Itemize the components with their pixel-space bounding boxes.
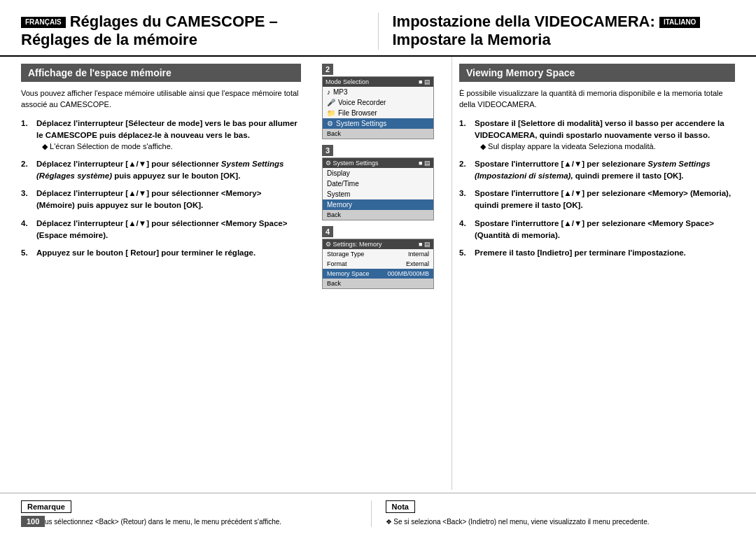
screen-2-header-icons: ■ ▤	[419, 78, 430, 85]
left-step-3: 3. Déplacez l'interrupteur [▲/▼] pour sé…	[21, 188, 301, 212]
step-1-subnote: ◆ L'écran Sélection de mode s'affiche.	[42, 141, 301, 152]
left-section-header: Affichage de l'espace mémoire	[21, 64, 301, 82]
screen-4-box: ⚙ Settings: Memory ■ ▤ Storage Type Inte…	[322, 239, 434, 289]
left-step-1: 1. Déplacez l'interrupteur [Sélecteur de…	[21, 118, 301, 153]
right-step-1-subnote: ◆ Sul display appare la videata Selezion…	[480, 141, 735, 152]
right-step-num-1: 1.	[459, 118, 472, 153]
screen-3-header: ⚙ System Settings ■ ▤	[323, 158, 433, 168]
screen-4-num: 4	[322, 226, 333, 237]
right-step-4: 4. Spostare l'interruttore [▲/▼] per sel…	[459, 218, 735, 242]
screen-2-item-mp3: ♪ MP3	[323, 87, 433, 97]
screen-2-header: Mode Selection ■ ▤	[323, 77, 433, 87]
screen-4-row-memspace: Memory Space 000MB/000MB	[323, 269, 433, 279]
screen-2-box: Mode Selection ■ ▤ ♪ MP3 🎤 Voice Recorde…	[322, 76, 434, 139]
right-step-2: 2. Spostare l'interruttore [▲/▼] per sel…	[459, 158, 735, 183]
right-step-content-3: Spostare l'interruttore [▲/▼] per selezi…	[475, 188, 735, 212]
screen-3-item-datetime: Date/Time	[323, 178, 433, 189]
screen-2-item-file: 📁 File Browser	[323, 108, 433, 118]
screen-4-block: 4 ⚙ Settings: Memory ■ ▤ Storage Type In…	[322, 226, 444, 289]
screen-4-storage-val: Internal	[408, 251, 429, 258]
left-intro: Vous pouvez afficher l'espace mémoire ut…	[21, 87, 301, 111]
note-left-text: ❖ Si vous sélectionnez <Back> (Retour) d…	[21, 517, 371, 527]
right-step-1: 1. Spostare il [Selettore di modalità] v…	[459, 118, 735, 153]
screen-2-item-system-icon: ⚙	[327, 120, 333, 127]
left-column: Affichage de l'espace mémoire Vous pouve…	[0, 57, 322, 490]
note-right-title: Nota	[386, 500, 415, 513]
right-column: Viewing Memory Space È possibile visuali…	[451, 57, 756, 490]
step-content-5: Appuyez sur le bouton [ Retour] pour ter…	[36, 247, 301, 259]
screen-2-item-voice: 🎤 Voice Recorder	[323, 97, 433, 108]
header-title-french: FRANÇAISRéglages du CAMESCOPE –	[21, 13, 364, 31]
right-section-header: Viewing Memory Space	[459, 64, 735, 82]
screen-4-header-icons: ■ ▤	[419, 241, 430, 248]
screen-3-item-memory: Memory	[323, 199, 433, 210]
screen-3-label: 3	[322, 145, 444, 156]
page-number: 100	[21, 516, 45, 527]
step-num-4: 4.	[21, 218, 34, 242]
right-step-content-5: Premere il tasto [Indietro] per terminar…	[475, 247, 735, 259]
screen-2-label: 2	[322, 64, 444, 75]
screen-4-format-key: Format	[327, 260, 347, 267]
screen-3-block: 3 ⚙ System Settings ■ ▤ Display Date/Tim…	[322, 145, 444, 220]
screen-4-memspace-val: 000MB/000MB	[387, 270, 429, 277]
note-right: Nota ❖ Se si seleziona <Back> (Indietro)…	[371, 500, 736, 527]
right-step-5: 5. Premere il tasto [Indietro] per termi…	[459, 247, 735, 259]
notes-row: Remarque ❖ Si vous sélectionnez <Back> (…	[0, 493, 756, 534]
lang-badge-french: FRANÇAIS	[21, 17, 66, 28]
center-screens: 2 Mode Selection ■ ▤ ♪ MP3 🎤 Voice Recor…	[322, 57, 451, 490]
right-step-num-5: 5.	[459, 247, 472, 259]
step-content-3: Déplacez l'interrupteur [▲/▼] pour sélec…	[36, 188, 301, 212]
right-step-content-1: Spostare il [Selettore di modalità] vers…	[475, 118, 735, 153]
right-steps: 1. Spostare il [Selettore di modalità] v…	[459, 118, 735, 260]
screen-2-num: 2	[322, 64, 333, 75]
left-steps: 1. Déplacez l'interrupteur [Sélecteur de…	[21, 118, 301, 260]
lang-badge-italian: ITALIANO	[659, 17, 700, 28]
header: FRANÇAISRéglages du CAMESCOPE – Réglages…	[0, 0, 756, 57]
header-left: FRANÇAISRéglages du CAMESCOPE – Réglages…	[21, 13, 378, 50]
screen-4-row-format: Format External	[323, 259, 433, 269]
screen-3-header-icons: ■ ▤	[419, 160, 430, 167]
screen-4-back: Back	[323, 279, 433, 288]
screen-4-label: 4	[322, 226, 444, 237]
screen-4-storage-key: Storage Type	[327, 251, 364, 258]
step-content-1: Déplacez l'interrupteur [Sélecteur de mo…	[36, 118, 301, 153]
screen-3-item-display: Display	[323, 168, 433, 178]
header-subtitle-italian: Impostare la Memoria	[393, 31, 736, 49]
step-content-2: Déplacez l'interrupteur [▲/▼] pour sélec…	[36, 158, 301, 183]
left-step-5: 5. Appuyez sur le bouton [ Retour] pour …	[21, 247, 301, 259]
main-area: Affichage de l'espace mémoire Vous pouve…	[0, 57, 756, 490]
screen-2-header-title: Mode Selection	[326, 78, 369, 85]
screen-2-back: Back	[323, 129, 433, 139]
right-intro: È possibile visualizzare la quantità di …	[459, 87, 735, 111]
right-step-num-3: 3.	[459, 188, 472, 212]
step-num-1: 1.	[21, 118, 34, 153]
right-step-num-4: 4.	[459, 218, 472, 242]
screen-2-item-voice-icon: 🎤	[327, 99, 335, 106]
page: FRANÇAISRéglages du CAMESCOPE – Réglages…	[0, 0, 756, 534]
screen-4-header: ⚙ Settings: Memory ■ ▤	[323, 239, 433, 249]
right-step-content-2: Spostare l'interruttore [▲/▼] per selezi…	[475, 158, 735, 183]
screen-3-num: 3	[322, 145, 333, 156]
header-title-italian: Impostazione della VIDEOCAMERA: ITALIANO	[393, 13, 736, 31]
left-step-4: 4. Déplacez l'interrupteur [▲/▼] pour sé…	[21, 218, 301, 242]
screen-3-header-title: ⚙ System Settings	[326, 160, 379, 167]
step-num-2: 2.	[21, 158, 34, 183]
screen-3-back: Back	[323, 210, 433, 220]
step-content-4: Déplacez l'interrupteur [▲/▼] pour sélec…	[36, 218, 301, 242]
note-left-title: Remarque	[21, 500, 71, 513]
screen-4-memspace-key: Memory Space	[327, 270, 370, 277]
step-num-3: 3.	[21, 188, 34, 212]
step-num-5: 5.	[21, 247, 34, 259]
screen-2-item-file-icon: 📁	[327, 109, 335, 117]
header-right: Impostazione della VIDEOCAMERA: ITALIANO…	[378, 13, 736, 50]
right-step-num-2: 2.	[459, 158, 472, 183]
right-step-content-4: Spostare l'interruttore [▲/▼] per selezi…	[475, 218, 735, 242]
screen-3-box: ⚙ System Settings ■ ▤ Display Date/Time …	[322, 157, 434, 220]
screen-2-item-mp3-icon: ♪	[327, 88, 330, 96]
note-right-text: ❖ Se si seleziona <Back> (Indietro) nel …	[386, 517, 736, 527]
screen-2-item-system: ⚙ System Settings	[323, 118, 433, 129]
screen-2-block: 2 Mode Selection ■ ▤ ♪ MP3 🎤 Voice Recor…	[322, 64, 444, 139]
screen-3-item-system: System	[323, 189, 433, 199]
screen-4-format-val: External	[406, 260, 429, 267]
screen-4-header-title: ⚙ Settings: Memory	[326, 241, 382, 248]
